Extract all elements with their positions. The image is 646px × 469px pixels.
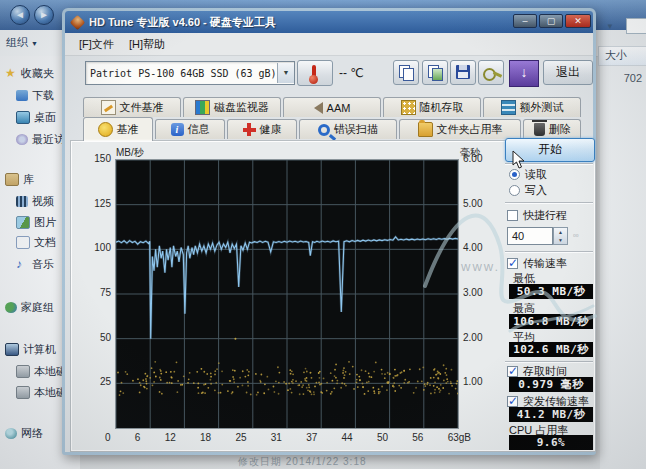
y-right-tick: 2.00 (463, 332, 497, 343)
sidebar-item-network[interactable]: 网络 (5, 424, 43, 442)
menu-help[interactable]: [H]帮助 (129, 37, 165, 52)
chevron-down-icon[interactable]: ▼ (277, 63, 294, 83)
tab-健康[interactable]: 健康 (227, 119, 297, 139)
sidebar-item-label: 收藏夹 (21, 66, 54, 81)
options-key-icon (483, 68, 496, 81)
y-left-tick: 75 (83, 287, 111, 298)
sidebar-item-label: 计算机 (23, 342, 56, 357)
y-right-tick: 4.00 (463, 242, 497, 253)
spinner-buttons[interactable]: ▲ ▼ (553, 227, 568, 245)
temperature-readout: -- ℃ (339, 66, 364, 80)
computer-icon (5, 343, 19, 356)
short-stroke-input[interactable]: 40 (507, 227, 553, 245)
sidebar-item-download[interactable]: 下载 (16, 86, 54, 104)
sidebar-item-label: 图片 (34, 215, 56, 230)
tab-label: 基准 (117, 122, 139, 137)
tab-icon-信息: i (171, 123, 184, 136)
forward-icon[interactable]: ► (34, 5, 54, 25)
access-time-value: 0.979 毫秒 (509, 377, 593, 392)
organize-menu[interactable]: 组织 ▼ (6, 35, 38, 50)
x-axis-tick: 6 (135, 432, 141, 443)
x-axis-ticks: 06121825313744505663gB (105, 432, 471, 443)
tab-文件基准[interactable]: 文件基准 (83, 97, 181, 117)
checkbox-checked-icon (507, 396, 518, 407)
copy-text-button[interactable] (393, 60, 419, 85)
sidebar-item-pictures[interactable]: 图片 (16, 213, 56, 231)
checkbox-checked-icon (507, 258, 518, 269)
tab-icon-4 (501, 100, 516, 115)
save-screenshot-button[interactable] (450, 60, 476, 85)
pictures-icon (16, 216, 30, 229)
back-icon[interactable]: ◄ (10, 5, 30, 25)
sidebar-item-video[interactable]: 视频 (16, 192, 54, 210)
maximize-button[interactable]: ▢ (539, 14, 563, 28)
hdtune-logo-icon (70, 14, 86, 30)
exit-button[interactable]: 退出 (543, 60, 593, 85)
tab-文件夹占用率[interactable]: 文件夹占用率 (399, 119, 521, 139)
sidebar-item-label: 音乐 (32, 257, 54, 272)
homegroup-icon (5, 302, 17, 313)
tab-基准[interactable]: 基准 (83, 117, 153, 141)
tab-icon-3 (401, 100, 416, 115)
tab-AAM[interactable]: AAM (283, 97, 381, 117)
x-axis-tick: 56 (412, 432, 423, 443)
max-value: 106.8 MB/秒 (509, 314, 593, 329)
music-icon: ♪ (16, 259, 28, 270)
sidebar-item-music[interactable]: ♪音乐 (16, 255, 54, 273)
copy-image-button[interactable] (422, 60, 448, 85)
download-icon (16, 90, 28, 101)
tab-label: 健康 (260, 122, 282, 137)
tab-label: 删除 (549, 122, 571, 137)
sidebar-item-documents[interactable]: 文档 (16, 233, 56, 251)
minimize-button[interactable]: – (513, 14, 537, 28)
spin-up-icon[interactable]: ▲ (554, 228, 567, 236)
tab-label: 文件夹占用率 (437, 122, 503, 137)
burst-rate-value: 41.2 MB/秒 (509, 407, 593, 422)
write-radio[interactable]: 写入 (509, 183, 547, 198)
search-box-fragment[interactable] (626, 18, 646, 34)
size-column-header[interactable]: 大小 (598, 46, 646, 66)
short-stroke-checkbox[interactable]: 快捷行程 (507, 208, 567, 223)
file-size-value: 702 (600, 72, 642, 84)
sidebar-item-desktop[interactable]: 桌面 (16, 108, 56, 126)
close-button[interactable]: ✕ (565, 14, 591, 28)
tab-删除[interactable]: 删除 (523, 119, 581, 139)
tab-label: 文件基准 (120, 100, 164, 115)
tab-错误扫描[interactable]: 错误扫描 (299, 119, 397, 139)
tab-额外测试[interactable]: 额外测试 (483, 97, 581, 117)
sidebar-item-homegroup[interactable]: 家庭组 (5, 298, 54, 316)
chevron-down-icon[interactable]: ▼ (606, 22, 614, 31)
tab-label: 错误扫描 (334, 122, 378, 137)
sidebar-item-star[interactable]: ★收藏夹 (5, 64, 54, 82)
y-right-tick: 6.00 (463, 153, 497, 164)
min-value: 50.3 MB/秒 (509, 284, 593, 299)
drive-select[interactable]: Patriot PS-100 64GB SSD (63 gB) ▼ (85, 61, 295, 85)
y-right-tick: 5.00 (463, 198, 497, 209)
disk-icon (16, 365, 30, 378)
transfer-rate-checkbox[interactable]: 传输速率 (507, 256, 567, 271)
tab-icon-基准 (98, 122, 113, 137)
library-icon (5, 173, 19, 186)
temperature-button[interactable] (297, 60, 333, 86)
read-radio[interactable]: 读取 (509, 167, 547, 182)
spin-down-icon[interactable]: ▼ (554, 236, 567, 244)
y-right-tick: 1.00 (463, 376, 497, 387)
tab-磁盘监视器[interactable]: 磁盘监视器 (183, 97, 281, 117)
check-update-button[interactable]: ↓ (509, 60, 539, 87)
tab-label: 额外测试 (520, 100, 564, 115)
tab-随机存取[interactable]: 随机存取 (383, 97, 481, 117)
tab-icon-2 (314, 102, 323, 114)
organize-dropdown-icon: ▼ (31, 40, 38, 47)
network-icon (5, 428, 17, 439)
sidebar-item-label: 网络 (21, 426, 43, 441)
options-button[interactable] (478, 60, 504, 85)
tab-信息[interactable]: i信息 (155, 119, 225, 139)
x-axis-tick: 25 (235, 432, 246, 443)
drive-select-value: Patriot PS-100 64GB SSD (63 gB) (86, 68, 277, 79)
sidebar-item-label: 视频 (32, 194, 54, 209)
menu-file[interactable]: [F]文件 (79, 37, 114, 52)
sidebar-item-library[interactable]: 库 (5, 170, 34, 188)
start-button[interactable]: 开始 (505, 138, 595, 162)
sidebar-item-computer[interactable]: 计算机 (5, 340, 56, 358)
tab-label: AAM (327, 102, 351, 114)
